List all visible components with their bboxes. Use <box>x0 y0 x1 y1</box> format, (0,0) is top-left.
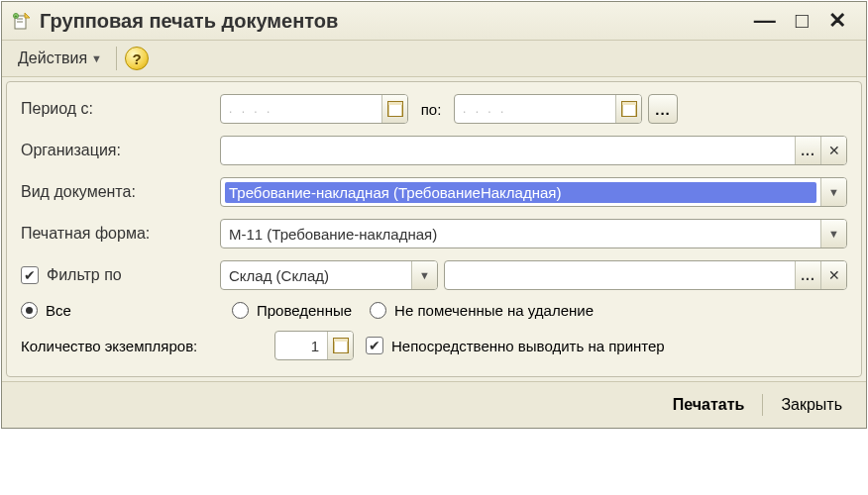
copies-input[interactable]: 1 <box>274 331 354 360</box>
radio-not-marked-group[interactable]: Не помеченные на удаление <box>370 302 594 319</box>
print-form-label: Печатная форма: <box>21 225 214 243</box>
app-icon: + <box>12 11 32 31</box>
organization-select-button[interactable]: ... <box>795 137 820 164</box>
doc-type-value: Требование-накладная (ТребованиеНакладна… <box>225 182 816 203</box>
chevron-down-icon: ▼ <box>91 52 102 64</box>
radio-all[interactable] <box>21 302 38 319</box>
maximize-button[interactable]: □ <box>786 8 818 34</box>
radio-posted-group[interactable]: Проведенные <box>232 302 352 319</box>
footer-separator <box>762 394 763 416</box>
filter-label-group: ✔ Фильтр по <box>21 266 214 284</box>
dots-icon: ... <box>655 101 671 118</box>
doc-type-label: Вид документа: <box>21 183 214 201</box>
period-picker-button[interactable]: ... <box>648 94 678 124</box>
direct-print-group[interactable]: ✔ Непосредственно выводить на принтер <box>366 337 665 354</box>
period-from-input[interactable]: . . . . <box>220 94 408 124</box>
filter-row: ✔ Фильтр по Склад (Склад) ▼ ... ✕ <box>21 260 847 290</box>
period-from-label: Период с: <box>21 100 214 118</box>
direct-print-label: Непосредственно выводить на принтер <box>391 338 665 354</box>
calculator-icon <box>333 338 349 353</box>
close-button[interactable]: Закрыть <box>771 392 852 418</box>
titlebar: + Групповая печать документов — □ ✕ <box>2 2 866 40</box>
svg-text:+: + <box>15 13 18 19</box>
doc-type-dropdown-button[interactable]: ▼ <box>820 178 846 206</box>
calendar-icon <box>387 101 403 117</box>
radio-posted-label: Проведенные <box>257 302 352 319</box>
print-form-value: М-11 (Требование-накладная) <box>221 226 820 243</box>
calendar-to-button[interactable] <box>615 95 641 123</box>
copies-label: Количество экземпляров: <box>21 338 269 354</box>
period-to-input[interactable]: . . . . <box>454 94 642 124</box>
copies-value: 1 <box>275 338 327 354</box>
radio-all-group[interactable]: Все <box>21 302 214 319</box>
footer: Печатать Закрыть <box>2 381 866 428</box>
form-body: Период с: . . . . по: . . . . ... Органи… <box>6 81 862 377</box>
doc-type-select[interactable]: Требование-накладная (ТребованиеНакладна… <box>220 177 847 207</box>
radio-not-marked[interactable] <box>370 302 386 319</box>
period-row: Период с: . . . . по: . . . . ... <box>21 94 847 124</box>
window: + Групповая печать документов — □ ✕ Дейс… <box>1 1 867 429</box>
period-to-value: . . . . <box>455 102 615 116</box>
minimize-button[interactable]: — <box>744 8 786 34</box>
filter-checkbox[interactable]: ✔ <box>21 266 39 284</box>
organization-row: Организация: ... ✕ <box>21 136 847 165</box>
radio-not-marked-label: Не помеченные на удаление <box>394 302 594 319</box>
filter-value-select-button[interactable]: ... <box>795 261 820 289</box>
filter-label: Фильтр по <box>47 266 122 284</box>
print-form-dropdown-button[interactable]: ▼ <box>820 220 846 248</box>
calendar-from-button[interactable] <box>381 95 407 123</box>
radio-all-label: Все <box>46 302 71 319</box>
close-window-button[interactable]: ✕ <box>818 8 856 34</box>
print-form-row: Печатная форма: М-11 (Требование-накладн… <box>21 219 847 248</box>
svg-marker-1 <box>25 13 30 18</box>
copies-row: Количество экземпляров: 1 ✔ Непосредстве… <box>21 331 847 360</box>
organization-clear-button[interactable]: ✕ <box>820 137 846 164</box>
period-from-value: . . . . <box>221 102 381 116</box>
organization-label: Организация: <box>21 142 214 159</box>
actions-label: Действия <box>18 50 87 67</box>
filter-field-value: Склад (Склад) <box>221 267 411 284</box>
organization-input[interactable]: ... ✕ <box>220 136 847 165</box>
print-form-select[interactable]: М-11 (Требование-накладная) ▼ <box>220 219 847 248</box>
doc-type-row: Вид документа: Требование-накладная (Тре… <box>21 177 847 207</box>
period-to-label: по: <box>414 101 448 118</box>
help-button[interactable]: ? <box>125 47 149 70</box>
calendar-icon <box>621 101 637 117</box>
filter-field-select[interactable]: Склад (Склад) ▼ <box>220 260 438 290</box>
filter-field-dropdown-button[interactable]: ▼ <box>411 261 437 289</box>
print-button[interactable]: Печатать <box>663 392 755 418</box>
window-title: Групповая печать документов <box>40 10 744 33</box>
toolbar: Действия ▼ ? <box>2 40 866 77</box>
filter-value-clear-button[interactable]: ✕ <box>820 261 846 289</box>
actions-menu[interactable]: Действия ▼ <box>12 48 108 69</box>
toolbar-separator <box>116 47 117 70</box>
radio-row: Все Проведенные Не помеченные на удалени… <box>21 302 847 319</box>
filter-value-input[interactable]: ... ✕ <box>444 260 847 290</box>
copies-calc-button[interactable] <box>327 332 353 359</box>
radio-posted[interactable] <box>232 302 249 319</box>
direct-print-checkbox[interactable]: ✔ <box>366 337 383 354</box>
